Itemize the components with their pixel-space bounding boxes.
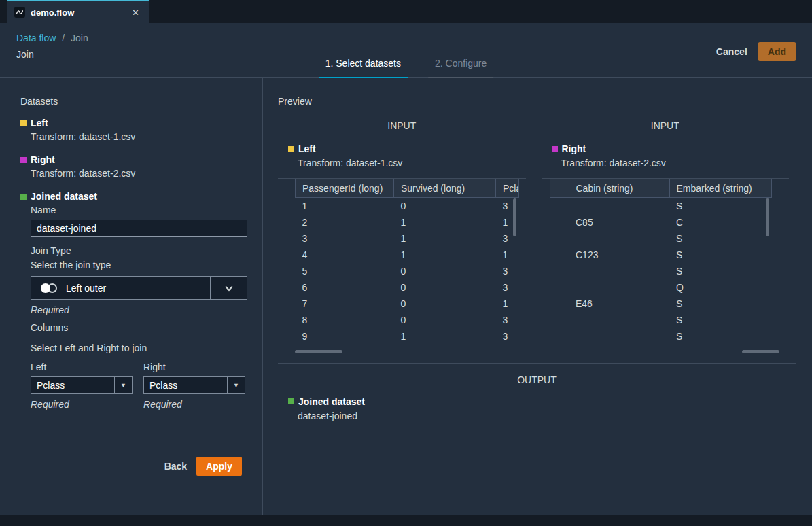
table-cell: 6 bbox=[296, 279, 394, 296]
dropdown-arrow-icon: ▼ bbox=[114, 377, 132, 393]
table-cell: 1 bbox=[394, 214, 496, 230]
dataset-name: Joined dataset bbox=[31, 191, 97, 202]
right-column-value: Pclass bbox=[144, 380, 177, 391]
table-cell: 0 bbox=[394, 312, 496, 328]
vertical-scrollbar[interactable] bbox=[513, 198, 516, 236]
table-row: C123S bbox=[550, 247, 771, 263]
table-row: 701 bbox=[296, 296, 519, 312]
input-section-title: INPUT bbox=[278, 120, 526, 131]
table-cell: 8 bbox=[296, 312, 394, 328]
table-row: 503 bbox=[296, 263, 519, 279]
column-header: Cabin (string) bbox=[569, 179, 669, 198]
datasets-label: Datasets bbox=[20, 96, 246, 107]
table-cell bbox=[550, 247, 569, 263]
table-row: S bbox=[550, 198, 771, 214]
horizontal-scrollbar[interactable] bbox=[742, 350, 779, 353]
left-outer-join-icon bbox=[41, 283, 58, 294]
table-cell: 3 bbox=[496, 263, 519, 279]
columns-hint: Select Left and Right to join bbox=[31, 343, 246, 353]
tab-select-datasets[interactable]: 1. Select datasets bbox=[319, 58, 408, 78]
header-actions: Cancel Add bbox=[716, 42, 796, 61]
joined-dataset-color-swatch bbox=[20, 194, 27, 200]
table-cell: 1 bbox=[296, 198, 394, 214]
close-icon[interactable]: ✕ bbox=[129, 6, 142, 19]
panel-actions: Back Apply bbox=[164, 457, 242, 476]
left-dataset-color-swatch bbox=[20, 120, 27, 126]
table-cell: 3 bbox=[496, 279, 519, 296]
columns-label: Columns bbox=[31, 322, 246, 333]
table-cell: 1 bbox=[394, 328, 496, 345]
dataset-item-right: Right Transform: dataset-2.csv bbox=[20, 154, 246, 179]
right-column-select[interactable]: Pclass ▼ bbox=[143, 376, 245, 394]
dataset-item-left: Left Transform: dataset-1.csv bbox=[20, 118, 246, 142]
breadcrumb-data-flow-link[interactable]: Data flow bbox=[16, 33, 56, 43]
tab-demo-flow[interactable]: demo.flow ✕ bbox=[7, 0, 149, 23]
table-cell bbox=[550, 328, 569, 345]
table-cell bbox=[569, 279, 669, 296]
table-row: S bbox=[550, 328, 771, 345]
right-dataset-table: Cabin (string)Embarked (string)SC85CSC12… bbox=[550, 179, 771, 345]
required-hint: Required bbox=[31, 304, 246, 315]
table-cell: 1 bbox=[496, 247, 519, 263]
table-cell: C85 bbox=[569, 214, 669, 230]
required-hint: Required bbox=[143, 399, 245, 410]
table-cell: S bbox=[669, 247, 771, 263]
vertical-scrollbar[interactable] bbox=[766, 198, 769, 236]
name-label: Name bbox=[31, 205, 246, 215]
breadcrumb: Data flow / Join bbox=[16, 33, 796, 43]
output-dataset-value: dataset-joined bbox=[298, 410, 796, 421]
table-row: 803 bbox=[296, 312, 519, 328]
join-type-hint: Select the join type bbox=[31, 260, 246, 270]
input-section-title: INPUT bbox=[542, 120, 790, 131]
table-cell: 1 bbox=[394, 230, 496, 247]
left-column-select[interactable]: Pclass ▼ bbox=[31, 376, 133, 394]
input-left-preview: INPUT Left Transform: dataset-1.csv Pass… bbox=[278, 118, 533, 363]
table-row: S bbox=[550, 263, 771, 279]
dataset-transform: Transform: dataset-2.csv bbox=[31, 168, 246, 179]
wizard-steps: 1. Select datasets 2. Configure bbox=[319, 58, 494, 78]
left-dataset-color-swatch bbox=[288, 146, 294, 152]
table-cell bbox=[569, 312, 669, 328]
breadcrumb-current: Join bbox=[71, 33, 88, 43]
output-section-title: OUTPUT bbox=[278, 374, 796, 385]
column-header bbox=[550, 179, 569, 198]
horizontal-scrollbar[interactable] bbox=[295, 350, 342, 353]
left-column-value: Pclass bbox=[31, 380, 65, 391]
chevron-down-icon[interactable] bbox=[210, 277, 247, 299]
join-config-panel: Datasets Left Transform: dataset-1.csv R… bbox=[0, 78, 263, 515]
preview-label: Preview bbox=[278, 96, 796, 107]
right-dataset-color-swatch bbox=[552, 146, 558, 152]
dataset-name: Right bbox=[562, 143, 586, 154]
column-header: Pclass bbox=[496, 179, 519, 198]
table-row: 913 bbox=[296, 328, 519, 345]
table-row: S bbox=[550, 312, 771, 328]
output-dataset: Joined dataset dataset-joined bbox=[278, 396, 796, 421]
table-cell: S bbox=[669, 296, 771, 312]
table-cell: 0 bbox=[394, 296, 496, 312]
table-cell bbox=[550, 312, 569, 328]
table-row: 211 bbox=[296, 214, 519, 230]
table-cell: 9 bbox=[296, 328, 394, 345]
dropdown-arrow-icon: ▼ bbox=[227, 377, 245, 393]
table-cell: 0 bbox=[394, 263, 496, 279]
table-row: 103 bbox=[296, 198, 519, 214]
input-right-preview: INPUT Right Transform: dataset-2.csv Cab… bbox=[533, 118, 796, 363]
add-button[interactable]: Add bbox=[758, 42, 796, 61]
joined-dataset-name-input[interactable] bbox=[31, 220, 247, 237]
apply-button[interactable]: Apply bbox=[196, 457, 242, 476]
tab-title: demo.flow bbox=[31, 7, 129, 18]
table-cell: 1 bbox=[394, 247, 496, 263]
table-cell bbox=[569, 263, 669, 279]
table-cell bbox=[569, 230, 669, 247]
tab-configure[interactable]: 2. Configure bbox=[428, 58, 493, 78]
table-cell bbox=[550, 279, 569, 296]
table-cell: C bbox=[669, 214, 771, 230]
join-type-select[interactable]: Left outer bbox=[31, 276, 247, 300]
table-cell: 2 bbox=[296, 214, 394, 230]
joined-dataset-color-swatch bbox=[288, 398, 294, 404]
back-button[interactable]: Back bbox=[164, 461, 187, 472]
table-cell bbox=[569, 328, 669, 345]
table-row: 603 bbox=[296, 279, 519, 296]
cancel-button[interactable]: Cancel bbox=[716, 46, 747, 57]
table-cell: S bbox=[669, 312, 771, 328]
